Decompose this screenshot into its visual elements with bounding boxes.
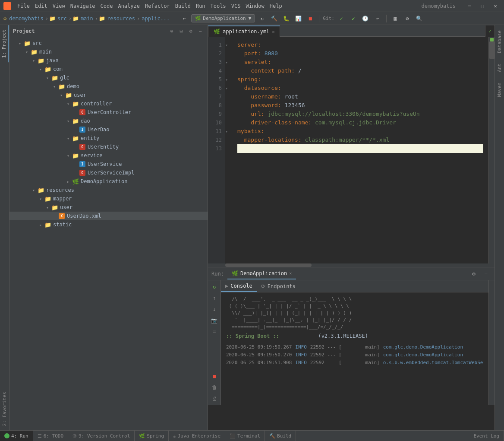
run-scrollbar[interactable] <box>488 280 495 405</box>
menu-vcs[interactable]: VCS <box>229 0 243 12</box>
menu-window[interactable]: Window <box>243 0 267 12</box>
settings-panel-btn[interactable]: ⚙ <box>187 27 195 35</box>
screenshot-btn[interactable]: 📷 <box>210 316 219 325</box>
tree-item-userserviceimpl[interactable]: ▸ C UserServiceImpl <box>9 168 208 177</box>
tree-item-userdao[interactable]: ▸ I UserDao <box>9 125 208 134</box>
tree-item-glc[interactable]: ▾ 📁 glc <box>9 73 208 82</box>
close-panel-btn[interactable]: − <box>196 27 204 35</box>
menu-run[interactable]: Run <box>193 0 208 12</box>
bottom-tab-run[interactable]: 4: Run <box>0 431 33 441</box>
fold-5[interactable]: ▾ <box>225 75 232 84</box>
bottom-tab-spring[interactable]: 🌿 Spring <box>135 431 169 441</box>
fold-6[interactable]: ▾ <box>225 84 232 92</box>
horizontal-scrollbar[interactable] <box>208 263 495 267</box>
breadcrumb-main[interactable]: main <box>81 16 93 22</box>
tree-item-main[interactable]: ▾ 📁 main <box>9 48 208 56</box>
tree-item-dao[interactable]: ▾ 📁 dao <box>9 117 208 125</box>
tree-item-usercontroller[interactable]: ▸ C UserController <box>9 108 208 117</box>
breadcrumb-project[interactable]: demomybatis <box>9 16 43 22</box>
bottom-tab-enterprise[interactable]: ☕ Java Enterprise <box>169 431 225 441</box>
tree-item-userdaoxml[interactable]: ▸ X UserDao.xml <box>9 212 208 220</box>
bottom-tab-todo[interactable]: ☰ 6: TODO <box>33 431 68 441</box>
tree-item-src[interactable]: ▾ 📁 src <box>9 39 208 48</box>
right-tab-ant[interactable]: Ant <box>496 58 503 77</box>
fold-3[interactable]: ▾ <box>225 58 232 67</box>
menu-build[interactable]: Build <box>173 0 193 12</box>
console-content[interactable]: /\ / ___'. _ ___ __ _ _(_)___ \ \ \ \ ( … <box>221 292 488 405</box>
bottom-tab-build[interactable]: 🔨 Build <box>265 431 296 441</box>
tree-item-entity[interactable]: ▾ 📁 entity <box>9 134 208 143</box>
menu-analyze[interactable]: Analyze <box>115 0 142 12</box>
menu-tools[interactable]: Tools <box>208 0 229 12</box>
back-btn[interactable]: ← <box>180 14 189 23</box>
run-settings-btn[interactable]: ⚙ <box>469 269 479 279</box>
bottom-tab-eventlog[interactable]: Event Log <box>469 431 504 441</box>
tree-item-controller[interactable]: ▾ 📁 controller <box>9 99 208 108</box>
fold-1[interactable]: ▾ <box>225 41 232 49</box>
git-tick-btn[interactable]: ✔ <box>349 14 358 23</box>
yml-tab-close[interactable]: ✕ <box>272 29 274 34</box>
menu-navigate[interactable]: Navigate <box>68 0 98 12</box>
restart-btn[interactable]: ↻ <box>210 282 219 292</box>
editor-tab-yml[interactable]: 🌿 application.yml ✕ <box>208 25 280 37</box>
debug-btn[interactable]: 🐛 <box>281 14 291 23</box>
tree-item-service[interactable]: ▾ 📁 service <box>9 151 208 160</box>
layout-btn[interactable]: ▦ <box>391 14 400 23</box>
editor-scrollbar[interactable] <box>488 37 495 263</box>
print-btn[interactable]: 🖨 <box>210 394 219 403</box>
code-content[interactable]: server: port: 8080 servlet: context-path… <box>232 37 488 263</box>
git-undo-btn[interactable]: ↶ <box>373 14 382 23</box>
tree-item-demo[interactable]: ▾ 📁 demo <box>9 82 208 91</box>
bottom-tab-terminal[interactable]: ⬛ Terminal <box>225 431 265 441</box>
collapse-btn[interactable]: ⊟ <box>177 27 185 35</box>
run-tab-close[interactable]: ✕ <box>289 271 292 276</box>
menu-help[interactable]: Help <box>267 0 285 12</box>
scroll-up-btn[interactable]: ↑ <box>210 293 219 303</box>
menu-edit[interactable]: Edit <box>32 0 50 12</box>
git-history-btn[interactable]: 🕐 <box>361 14 370 23</box>
breadcrumb-file[interactable]: applic... <box>142 16 170 22</box>
menu-refactor[interactable]: Refactor <box>142 0 173 12</box>
coverage-btn[interactable]: 📊 <box>293 14 303 23</box>
code-editor[interactable]: 1 2 3 4 5 6 7 8 9 10 11 12 13 ▾ <box>208 37 495 263</box>
stop-run-btn[interactable]: ■ <box>210 371 219 381</box>
menu-view[interactable]: View <box>50 0 68 12</box>
tree-item-userentity[interactable]: ▸ C UserEntity <box>9 143 208 151</box>
run-tab-demoapplication[interactable]: 🌿 DemoApplication ✕ <box>227 268 296 279</box>
menu-code[interactable]: Code <box>98 0 116 12</box>
clear-btn[interactable]: 🗑 <box>210 383 219 392</box>
close-btn[interactable]: ✕ <box>491 1 500 11</box>
minimize-btn[interactable]: ─ <box>465 1 474 11</box>
maximize-btn[interactable]: □ <box>478 1 487 11</box>
run-config[interactable]: 🌿 DemoApplication ▼ <box>191 14 255 22</box>
git-check-btn[interactable]: ✓ <box>337 14 346 23</box>
tree-item-user[interactable]: ▾ 📁 user <box>9 91 208 99</box>
console-tab[interactable]: ▶ Console <box>221 281 257 292</box>
right-tab-maven[interactable]: Maven <box>496 77 503 102</box>
tree-item-resources[interactable]: ▾ 📁 resources <box>9 186 208 194</box>
tab-favorites[interactable]: 2: Favorites <box>1 387 8 430</box>
tree-item-java[interactable]: ▾ 📁 java <box>9 56 208 65</box>
fold-11[interactable]: ▾ <box>225 127 232 136</box>
search-everywhere-btn[interactable]: 🔍 <box>415 14 424 23</box>
tab-project[interactable]: 1: Project <box>0 25 9 62</box>
menu-file[interactable]: File <box>15 0 32 12</box>
tree-item-demoapplication[interactable]: ▸ 🌿 DemoApplication <box>9 177 208 186</box>
breadcrumb-src[interactable]: src <box>57 16 67 22</box>
stop-btn[interactable]: ■ <box>306 14 315 23</box>
tree-item-user2[interactable]: ▾ 📁 user <box>9 203 208 212</box>
refresh-btn[interactable]: ↻ <box>257 14 267 23</box>
endpoints-tab[interactable]: ⟳ Endpoints <box>257 281 300 292</box>
tree-item-static[interactable]: ▸ 📁 static <box>9 220 208 229</box>
run-minimize-btn[interactable]: − <box>481 269 491 279</box>
tree-item-mapper[interactable]: ▾ 📁 mapper <box>9 194 208 203</box>
filter-btn[interactable]: ≡ <box>210 327 219 336</box>
tree-item-userservice[interactable]: ▸ I UserService <box>9 160 208 168</box>
tree-item-com[interactable]: ▾ 📁 com <box>9 65 208 73</box>
bottom-tab-vc[interactable]: ⑨ 9: Version Control <box>68 431 135 441</box>
breadcrumb-resources[interactable]: resources <box>107 16 135 22</box>
settings-btn[interactable]: ⚙ <box>403 14 412 23</box>
right-tab-database[interactable]: Database <box>496 25 503 58</box>
locate-btn[interactable]: ⊕ <box>168 27 176 35</box>
build-btn[interactable]: 🔨 <box>269 14 279 23</box>
